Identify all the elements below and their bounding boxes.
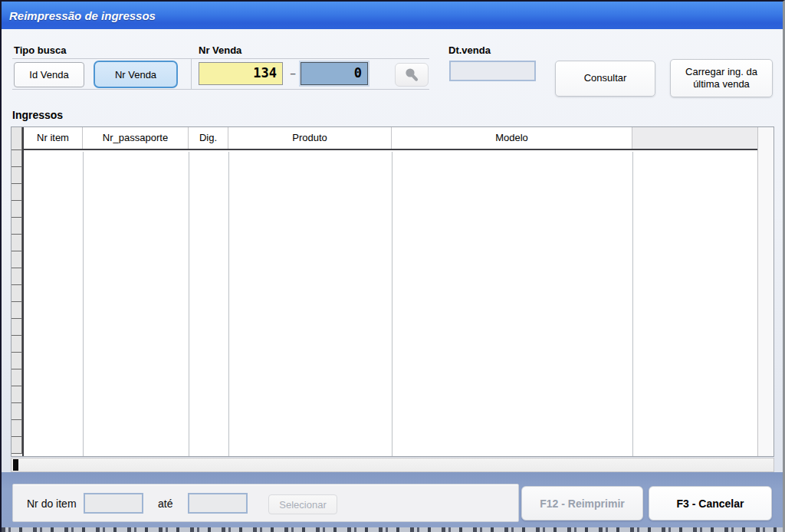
- background-window-sliver: [2, 527, 783, 532]
- row-stub[interactable]: [11, 386, 22, 403]
- column-header-modelo[interactable]: Modelo: [392, 127, 632, 149]
- magnifier-icon: [403, 67, 420, 84]
- title-bar[interactable]: Reimpressão de ingressos: [2, 2, 783, 29]
- dt-venda-input[interactable]: [449, 61, 536, 81]
- nr-venda-button[interactable]: Nr Venda: [94, 61, 178, 88]
- row-stub[interactable]: [11, 217, 22, 235]
- window-title: Reimpressão de ingressos: [9, 9, 156, 22]
- venda-from-field[interactable]: 134: [199, 62, 283, 85]
- consultar-button[interactable]: Consultar: [555, 61, 655, 97]
- column-header-nr-passaporte[interactable]: Nr_passaporte: [83, 127, 189, 149]
- row-stub[interactable]: [11, 166, 22, 184]
- table-row-stubs: [11, 127, 22, 456]
- stub-header-cell: [11, 127, 22, 150]
- table-column-divider: [392, 152, 392, 456]
- row-stub[interactable]: [11, 149, 22, 167]
- row-stub[interactable]: [11, 402, 22, 420]
- table-column-divider: [189, 152, 189, 456]
- row-stub[interactable]: [11, 436, 22, 454]
- column-header-produto[interactable]: Produto: [228, 127, 392, 149]
- range-dash: –: [287, 62, 299, 85]
- nr-do-item-label: Nr do item: [27, 498, 77, 510]
- ingressos-table[interactable]: Nr item Nr_passaporte Dig. Produto Model…: [11, 126, 774, 457]
- row-stub[interactable]: [11, 335, 22, 353]
- ate-label: até: [158, 498, 172, 510]
- table-column-divider: [228, 152, 229, 456]
- item-from-input[interactable]: [84, 493, 143, 514]
- id-venda-button[interactable]: Id Venda: [14, 62, 84, 87]
- vertical-scrollbar-track[interactable]: [757, 127, 774, 456]
- row-stub[interactable]: [11, 268, 22, 285]
- row-stub[interactable]: [11, 234, 22, 251]
- horizontal-scrollbar-thumb[interactable]: [13, 459, 18, 471]
- carregar-ultima-venda-button[interactable]: Carregar ing. da última venda: [670, 59, 773, 97]
- search-button[interactable]: [395, 63, 429, 87]
- column-header-nr-item[interactable]: Nr item: [24, 127, 83, 149]
- ingressos-label: Ingressos: [12, 109, 63, 121]
- table-header-row: Nr item Nr_passaporte Dig. Produto Model…: [24, 127, 757, 150]
- row-stub[interactable]: [11, 419, 22, 437]
- band-divider: [191, 58, 192, 90]
- row-stub[interactable]: [11, 200, 22, 218]
- tipo-busca-label: Tipo busca: [14, 44, 66, 56]
- row-stub[interactable]: [11, 318, 22, 336]
- nr-venda-label: Nr Venda: [199, 44, 241, 56]
- item-to-input[interactable]: [188, 493, 248, 514]
- stub-divider: [22, 127, 24, 456]
- row-stub[interactable]: [11, 183, 22, 201]
- f3-cancelar-button[interactable]: F3 - Cancelar: [649, 486, 772, 521]
- horizontal-scrollbar[interactable]: [11, 458, 774, 472]
- row-stub[interactable]: [11, 284, 22, 302]
- table-column-divider: [83, 152, 84, 456]
- table-column-divider: [632, 152, 633, 456]
- dt-venda-label: Dt.venda: [448, 44, 491, 56]
- row-stub[interactable]: [11, 301, 22, 319]
- f12-reimprimir-button[interactable]: F12 - Reimprimir: [521, 486, 643, 521]
- row-stub[interactable]: [11, 251, 22, 268]
- dialog-window: Reimpressão de ingressos Tipo busca Nr V…: [0, 0, 785, 532]
- row-stub[interactable]: [11, 352, 22, 369]
- item-range-panel: Nr do item até Selecionar: [12, 484, 519, 522]
- selecionar-button[interactable]: Selecionar: [268, 494, 337, 514]
- column-header-filler: [632, 127, 757, 149]
- column-header-dig[interactable]: Dig.: [189, 127, 228, 149]
- venda-to-field[interactable]: 0: [301, 62, 368, 85]
- row-stub[interactable]: [11, 369, 22, 386]
